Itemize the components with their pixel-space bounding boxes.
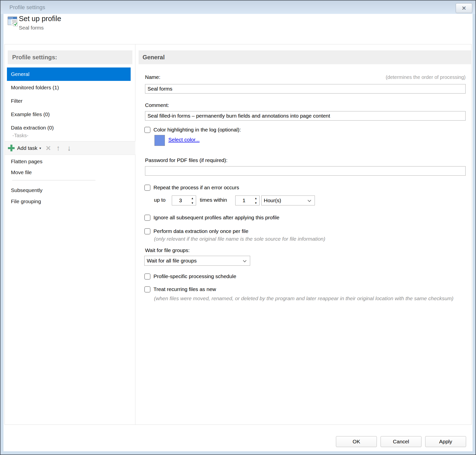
interval-unit-select[interactable]: Hour(s) <box>261 195 315 205</box>
stepper-down-icon[interactable]: ▼ <box>252 200 259 205</box>
name-label: Name: <box>145 74 160 80</box>
interval-input[interactable] <box>236 196 252 205</box>
window-title: Profile settings <box>9 0 45 14</box>
password-label: Password for PDF files (if required): <box>145 157 228 163</box>
retry-count-input[interactable] <box>172 196 189 205</box>
general-panel: General Name: (determines the order of p… <box>136 44 471 424</box>
ok-button[interactable]: OK <box>336 436 377 447</box>
task-list-divider <box>12 180 95 180</box>
arrow-up-icon: ↑ <box>56 144 60 152</box>
ignore-profiles-label[interactable]: Ignore all subsequent profiles after app… <box>153 215 279 221</box>
data-extraction-note: (only relevant if the original file name… <box>154 236 325 242</box>
page-title: Set up profile <box>19 15 61 23</box>
sidebar-item-general[interactable]: General <box>7 67 131 81</box>
panel-heading: General <box>139 50 472 64</box>
file-groups-select[interactable]: Wait for all file groups <box>144 256 250 266</box>
interval-stepper: ▲ ▼ <box>235 195 260 205</box>
retry-count-stepper: ▲ ▼ <box>172 195 196 205</box>
sidebar: Profile settings: General Monitored fold… <box>5 44 135 424</box>
add-icon <box>8 145 15 151</box>
select-color-link[interactable]: Select color... <box>168 137 200 143</box>
subsequent-list: Subsequently File grouping <box>7 185 131 207</box>
repeat-label[interactable]: Repeat the process if an error occurs <box>153 185 239 191</box>
repeat-row: Repeat the process if an error occurs <box>144 184 239 191</box>
chevron-down-icon: ▾ <box>39 146 41 150</box>
sidebar-nav-list: General Monitored folders (1) Filter Exa… <box>7 67 131 134</box>
move-task-down-button[interactable]: ↓ <box>63 143 74 154</box>
stepper-up-icon[interactable]: ▲ <box>189 196 196 200</box>
profile-settings-dialog: Profile settings × Set up profile Seal f… <box>0 0 476 455</box>
sidebar-item-example-files[interactable]: Example files (0) <box>7 108 131 121</box>
chevron-down-icon <box>308 198 311 202</box>
interval-unit-value: Hour(s) <box>264 197 281 203</box>
ignore-profiles-checkbox[interactable] <box>144 215 150 221</box>
chevron-down-icon <box>243 259 246 262</box>
times-within-label: times within <box>200 197 227 203</box>
apply-button[interactable]: Apply <box>425 436 466 447</box>
cancel-button[interactable]: Cancel <box>381 436 421 447</box>
up-to-label: up to <box>154 197 166 203</box>
task-item-move-file[interactable]: Move file <box>7 167 131 178</box>
delete-icon: × <box>46 143 51 153</box>
recurring-files-checkbox[interactable] <box>144 286 150 292</box>
color-highlight-checkbox[interactable] <box>144 127 150 133</box>
tasks-section-label: -Tasks- <box>12 133 28 138</box>
content-container: Profile settings: General Monitored fold… <box>4 44 472 425</box>
schedule-row: Profile-specific processing schedule <box>144 273 236 280</box>
close-button[interactable]: × <box>456 3 472 13</box>
sidebar-item-monitored-folders[interactable]: Monitored folders (1) <box>7 81 131 94</box>
close-icon: × <box>462 5 466 12</box>
comment-input[interactable] <box>145 111 466 121</box>
name-hint: (determines the order of processing) <box>386 74 466 80</box>
task-item-flatten-pages[interactable]: Flatten pages <box>7 156 131 167</box>
move-task-up-button[interactable]: ↑ <box>52 143 63 154</box>
schedule-label[interactable]: Profile-specific processing schedule <box>153 273 236 279</box>
repeat-checkbox[interactable] <box>144 185 150 191</box>
sidebar-heading: Profile settings: <box>8 50 132 64</box>
data-extraction-once-label[interactable]: Perform data extraction only once per fi… <box>153 228 248 234</box>
task-list: Flatten pages Move file <box>7 156 131 178</box>
setup-profile-icon <box>7 15 18 27</box>
password-input[interactable] <box>145 166 466 176</box>
data-extraction-once-checkbox[interactable] <box>144 228 150 234</box>
name-row: Name: (determines the order of processin… <box>145 74 466 80</box>
stepper-up-icon[interactable]: ▲ <box>252 196 259 200</box>
titlebar[interactable]: Profile settings × <box>0 0 476 14</box>
add-task-button[interactable]: Add task ▾ <box>8 145 41 151</box>
repeat-settings-row: up to ▲ ▼ times within ▲ ▼ <box>136 195 471 205</box>
sidebar-item-file-grouping[interactable]: File grouping <box>7 196 131 207</box>
recurring-files-label[interactable]: Treat recurring files as new <box>153 286 216 292</box>
sidebar-item-filter[interactable]: Filter <box>7 94 131 108</box>
page-subtitle: Seal forms <box>19 25 44 31</box>
color-highlight-row: Color highlighting in the log (optional)… <box>144 126 241 133</box>
sidebar-item-data-extraction[interactable]: Data extraction (0) <box>7 121 131 134</box>
add-task-label: Add task <box>17 145 37 151</box>
comment-label: Comment: <box>145 102 169 108</box>
data-extraction-once-row: Perform data extraction only once per fi… <box>144 228 248 235</box>
tasks-toolbar: Add task ▾ × ↑ ↓ <box>5 141 135 155</box>
file-groups-value: Wait for all file groups <box>147 258 197 264</box>
name-input[interactable] <box>145 84 466 94</box>
recurring-files-row: Treat recurring files as new <box>144 286 216 293</box>
color-highlight-label[interactable]: Color highlighting in the log (optional)… <box>153 127 241 133</box>
schedule-checkbox[interactable] <box>144 273 150 280</box>
recurring-files-note: (when files were moved, renamed, or dele… <box>154 294 466 303</box>
delete-task-button[interactable]: × <box>41 143 52 154</box>
dialog-client-area: Set up profile Seal forms Profile settin… <box>3 14 473 451</box>
arrow-down-icon: ↓ <box>67 144 71 152</box>
color-swatch[interactable] <box>154 135 165 146</box>
file-groups-label: Wait for file groups: <box>145 247 190 253</box>
sidebar-item-subsequently[interactable]: Subsequently <box>7 185 131 196</box>
ignore-profiles-row: Ignore all subsequent profiles after app… <box>144 214 279 221</box>
stepper-down-icon[interactable]: ▼ <box>189 200 196 205</box>
